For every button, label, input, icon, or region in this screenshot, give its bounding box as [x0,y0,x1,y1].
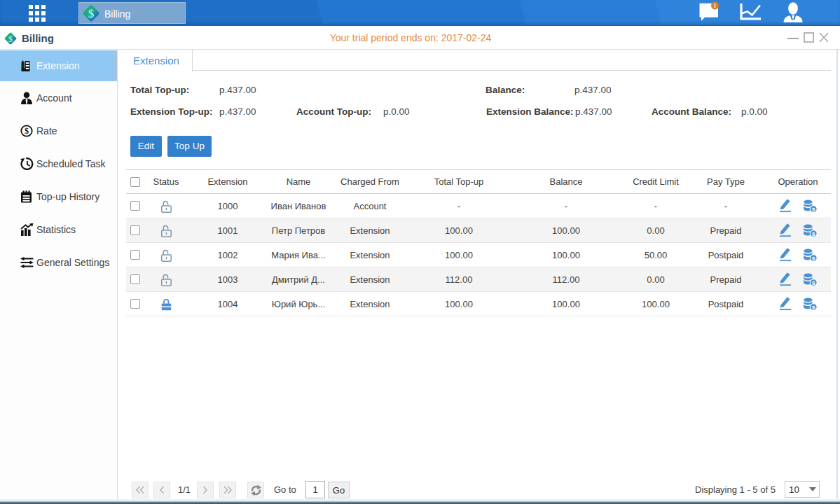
svg-text:$: $ [88,7,95,20]
svg-text:$: $ [811,279,815,286]
svg-text:$: $ [811,206,815,212]
svg-text:$: $ [811,255,815,261]
svg-text:$: $ [811,230,815,237]
svg-text:$: $ [811,304,815,310]
svg-text:!: ! [714,2,716,9]
svg-text:$: $ [25,126,29,136]
